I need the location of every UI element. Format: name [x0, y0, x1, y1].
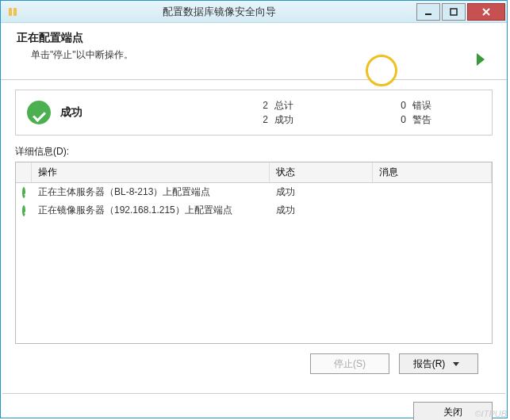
action-row: 停止(S) 报告(R) — [15, 344, 493, 384]
row-message — [373, 190, 492, 195]
report-button[interactable]: 报告(R) — [399, 353, 478, 374]
col-status[interactable]: 状态 — [270, 162, 373, 182]
app-icon — [6, 4, 21, 20]
grid-header: 操作 状态 消息 — [16, 162, 492, 183]
summary-label: 成功 — [60, 105, 259, 120]
window-controls — [416, 3, 507, 21]
svg-rect-3 — [451, 9, 457, 15]
success-icon — [22, 205, 25, 216]
row-status: 成功 — [270, 201, 373, 220]
svg-rect-1 — [13, 8, 17, 16]
success-icon — [22, 187, 25, 198]
page-subtitle: 单击"停止"以中断操作。 — [31, 48, 372, 62]
success-count: 2 — [259, 113, 268, 127]
col-message[interactable]: 消息 — [373, 162, 492, 182]
minimize-button[interactable] — [416, 3, 440, 21]
watermark: ©ITPUB — [475, 409, 508, 418]
maximize-button[interactable] — [442, 3, 466, 21]
play-arrow-icon — [477, 53, 485, 66]
col-operation[interactable]: 操作 — [32, 162, 270, 182]
row-status: 成功 — [270, 183, 373, 201]
success-label: 成功 — [274, 113, 293, 127]
summary-panel: 成功 2总计 2成功 0错误 0警告 — [15, 90, 493, 136]
error-count: 0 — [397, 98, 406, 113]
window-title: 配置数据库镜像安全向导 — [21, 5, 416, 19]
total-count: 2 — [259, 98, 268, 113]
chevron-down-icon — [453, 362, 459, 366]
footer: 关闭 — [1, 394, 507, 420]
wizard-header: 正在配置端点 单击"停止"以中断操作。 — [1, 23, 507, 80]
page-title: 正在配置端点 — [17, 31, 372, 45]
details-grid[interactable]: 操作 状态 消息 正在主体服务器（BL-8-213）上配置端点 成功 正在镜像服… — [15, 162, 493, 344]
table-row[interactable]: 正在主体服务器（BL-8-213）上配置端点 成功 — [16, 183, 492, 201]
total-label: 总计 — [274, 98, 293, 113]
titlebar: 配置数据库镜像安全向导 — [1, 1, 507, 23]
warn-count: 0 — [397, 113, 406, 127]
row-message — [373, 208, 492, 213]
wizard-window: 配置数据库镜像安全向导 正在配置端点 单击"停止"以中断操作。 成功 2总计 2… — [0, 0, 508, 418]
table-row[interactable]: 正在镜像服务器（192.168.1.215）上配置端点 成功 — [16, 201, 492, 220]
row-operation: 正在主体服务器（BL-8-213）上配置端点 — [32, 183, 270, 201]
close-button[interactable] — [467, 3, 505, 21]
header-graphic — [372, 31, 491, 71]
svg-rect-0 — [9, 8, 12, 16]
stop-button: 停止(S) — [310, 353, 389, 374]
warn-label: 警告 — [412, 113, 431, 127]
details-label: 详细信息(D): — [15, 145, 493, 158]
error-label: 错误 — [412, 98, 431, 113]
row-operation: 正在镜像服务器（192.168.1.215）上配置端点 — [32, 201, 270, 220]
success-icon — [27, 101, 51, 124]
